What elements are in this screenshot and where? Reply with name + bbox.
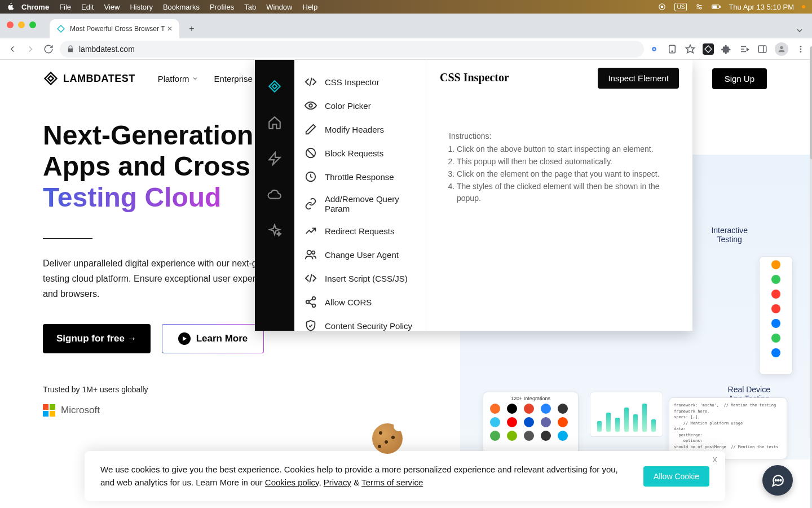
share-icon bbox=[304, 296, 317, 308]
tab-favicon-icon bbox=[56, 24, 65, 33]
window-minimize-button[interactable] bbox=[18, 21, 25, 28]
signup-free-button[interactable]: Signup for free → bbox=[43, 324, 151, 353]
menu-history[interactable]: History bbox=[130, 3, 152, 11]
menu-view[interactable]: View bbox=[104, 3, 120, 11]
tab-overflow-icon[interactable] bbox=[795, 26, 804, 35]
learn-more-button[interactable]: Learn More bbox=[162, 324, 264, 353]
svg-point-1 bbox=[661, 6, 664, 8]
privacy-link[interactable]: Privacy bbox=[324, 478, 351, 487]
tool-css-inspector[interactable]: CSS Inspector bbox=[294, 70, 426, 94]
hero-divider bbox=[43, 238, 92, 239]
nav-back-button[interactable] bbox=[6, 42, 19, 56]
install-app-icon[interactable] bbox=[667, 43, 678, 55]
chrome-menu-icon[interactable] bbox=[795, 43, 806, 55]
new-tab-button[interactable]: + bbox=[184, 21, 200, 37]
menu-edit[interactable]: Edit bbox=[81, 3, 94, 11]
cookie-text: We use cookies to give you the best expe… bbox=[100, 463, 632, 489]
site-logo[interactable]: LAMBDATEST bbox=[43, 71, 135, 86]
nav-reload-button[interactable] bbox=[42, 42, 55, 56]
cookies-policy-link[interactable]: Cookies policy bbox=[265, 478, 319, 487]
menu-profiles[interactable]: Profiles bbox=[210, 3, 234, 11]
svg-point-23 bbox=[800, 51, 802, 52]
page-scrollbar[interactable] bbox=[810, 46, 812, 159]
tab-close-icon[interactable]: ✕ bbox=[167, 25, 173, 33]
cookie-close-button[interactable]: X bbox=[712, 456, 717, 464]
screen-record-icon[interactable] bbox=[657, 2, 667, 11]
inspect-element-button[interactable]: Inspect Element bbox=[598, 68, 679, 89]
svg-line-25 bbox=[310, 78, 312, 86]
battery-icon[interactable] bbox=[712, 2, 721, 11]
shield-icon bbox=[304, 319, 317, 332]
notification-dot-icon bbox=[802, 5, 805, 8]
profile-avatar[interactable] bbox=[775, 42, 788, 56]
svg-point-38 bbox=[775, 480, 776, 481]
media-control-icon[interactable] bbox=[739, 43, 750, 55]
rail-home-icon[interactable] bbox=[267, 115, 282, 130]
tool-throttle-response[interactable]: Throttle Response bbox=[294, 165, 426, 189]
users-icon bbox=[304, 248, 317, 261]
svg-point-30 bbox=[307, 251, 311, 255]
svg-point-20 bbox=[780, 46, 783, 49]
svg-line-28 bbox=[307, 150, 315, 157]
svg-marker-13 bbox=[686, 45, 695, 52]
tool-modify-headers[interactable]: Modify Headers bbox=[294, 117, 426, 141]
menubar-app-name[interactable]: Chrome bbox=[21, 3, 49, 11]
menu-file[interactable]: File bbox=[59, 3, 71, 11]
input-source[interactable]: US bbox=[674, 3, 687, 11]
nav-forward-button[interactable] bbox=[24, 42, 37, 56]
logo-text: LAMBDATEST bbox=[63, 73, 135, 85]
chat-fab[interactable] bbox=[762, 465, 793, 496]
terms-link[interactable]: Terms of service bbox=[361, 478, 423, 487]
allow-cookie-button[interactable]: Allow Cookie bbox=[643, 466, 709, 487]
macos-menubar: Chrome File Edit View History Bookmarks … bbox=[0, 0, 812, 14]
tool-query-param[interactable]: Add/Remove Query Param bbox=[294, 189, 426, 219]
cookie-consent-banner: X We use cookies to give you the best ex… bbox=[85, 451, 725, 501]
menu-tab[interactable]: Tab bbox=[244, 3, 256, 11]
tool-allow-cors[interactable]: Allow CORS bbox=[294, 290, 426, 314]
svg-point-21 bbox=[800, 46, 802, 47]
google-lens-icon[interactable] bbox=[648, 43, 660, 55]
extension-tool-list: CSS Inspector Color Picker Modify Header… bbox=[294, 60, 426, 331]
svg-point-40 bbox=[780, 480, 781, 481]
svg-point-3 bbox=[700, 7, 702, 9]
trend-up-icon bbox=[304, 225, 317, 237]
chrome-toolbar: lambdatest.com bbox=[0, 38, 812, 60]
tool-insert-script[interactable]: Insert Script (CSS/JS) bbox=[294, 266, 426, 290]
svg-marker-17 bbox=[747, 48, 749, 51]
rail-bolt-icon[interactable] bbox=[267, 151, 282, 166]
svg-marker-24 bbox=[269, 152, 280, 165]
page-content: InteractiveTesting Real DeviceApp Testin… bbox=[0, 60, 810, 508]
active-extension-icon[interactable] bbox=[703, 43, 714, 55]
tool-csp[interactable]: Content Security Policy bbox=[294, 314, 426, 338]
logo-icon bbox=[43, 71, 59, 86]
tool-block-requests[interactable]: Block Requests bbox=[294, 141, 426, 165]
tool-color-picker[interactable]: Color Picker bbox=[294, 94, 426, 117]
menu-help[interactable]: Help bbox=[303, 3, 318, 11]
window-close-button[interactable] bbox=[7, 21, 14, 28]
omnibox[interactable]: lambdatest.com bbox=[60, 41, 644, 58]
side-panel-icon[interactable] bbox=[757, 43, 768, 55]
menu-bookmarks[interactable]: Bookmarks bbox=[163, 3, 200, 11]
rail-sparkle-icon[interactable] bbox=[267, 224, 282, 238]
bookmark-star-icon[interactable] bbox=[685, 43, 696, 55]
svg-point-26 bbox=[309, 104, 312, 107]
rail-cloud-icon[interactable] bbox=[267, 187, 282, 202]
link-icon bbox=[304, 198, 317, 210]
extensions-puzzle-icon[interactable] bbox=[721, 43, 732, 55]
svg-point-39 bbox=[778, 480, 779, 481]
menu-window[interactable]: Window bbox=[266, 3, 292, 11]
window-zoom-button[interactable] bbox=[29, 21, 36, 28]
menubar-clock[interactable]: Thu Apr 13 5:10 PM bbox=[729, 3, 794, 11]
rail-logo-icon[interactable] bbox=[267, 79, 282, 94]
cookie-icon bbox=[372, 423, 403, 454]
tool-redirect-requests[interactable]: Redirect Requests bbox=[294, 219, 426, 243]
tool-change-user-agent[interactable]: Change User Agent bbox=[294, 243, 426, 266]
nav-platform[interactable]: Platform bbox=[158, 74, 198, 84]
signup-button[interactable]: Sign Up bbox=[712, 68, 767, 89]
window-controls bbox=[7, 21, 36, 28]
apple-menu-icon[interactable] bbox=[7, 3, 15, 11]
svg-point-33 bbox=[312, 297, 316, 300]
control-center-icon[interactable] bbox=[695, 2, 704, 11]
browser-tab[interactable]: Most Powerful Cross Browser T ✕ bbox=[50, 19, 179, 38]
svg-rect-18 bbox=[758, 46, 766, 52]
